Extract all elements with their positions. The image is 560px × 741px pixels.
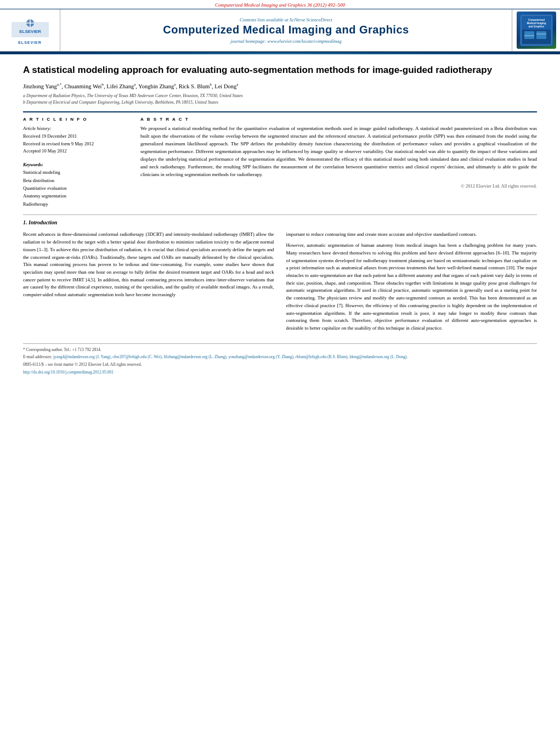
info-abstract-section: A R T I C L E I N F O Article history: R… xyxy=(23,117,537,208)
email-addresses: jyang4@mdanderson.org (J. Yang), chw207@… xyxy=(53,354,408,359)
journal-header: Computerized Medical Imaging and Graphic… xyxy=(0,0,560,53)
keyword-4: Anatomy segmentation xyxy=(23,192,127,200)
page: Computerized Medical Imaging and Graphic… xyxy=(0,0,560,741)
abstract-text: We proposed a statistical modeling metho… xyxy=(140,125,537,179)
keywords-label: Keywords: xyxy=(23,161,127,168)
received-date: Received 19 December 2011 xyxy=(23,133,127,140)
body-columns: Recent advances in three-dimensional con… xyxy=(23,231,537,335)
article-title: A statistical modeling approach for eval… xyxy=(23,64,537,76)
svg-text:ELSEVIER: ELSEVIER xyxy=(19,29,41,34)
header-main: ELSEVIER ELSEVIER Contents lists availab… xyxy=(0,9,560,52)
article-info-column: A R T I C L E I N F O Article history: R… xyxy=(23,117,127,208)
intro-para-left: Recent advances in three-dimensional con… xyxy=(23,231,274,298)
sci-verse-text: Contents lists available at SciVerse Sci… xyxy=(240,17,332,22)
footnote-doi: http://dx.doi.org/10.1016/j.compmedimag.… xyxy=(23,369,537,376)
journal-mini-logo-container: Computerized Medical Imaging and Graphic… xyxy=(512,9,560,51)
journal-volume-info: Computerized Medical Imaging and Graphic… xyxy=(0,0,560,9)
article-history: Article history: Received 19 December 20… xyxy=(23,125,127,155)
authors-line: Jinzhong Yanga,*, Chuanming Weib, Lifei … xyxy=(23,82,537,90)
keyword-5: Radiotherapy xyxy=(23,200,127,208)
email-label: E-mail addresses: xyxy=(23,354,52,359)
elsevier-logo: ELSEVIER ELSEVIER xyxy=(0,9,60,51)
footnote-issn: 0895-6111/$ – see front matter © 2012 El… xyxy=(23,361,537,368)
keywords-block: Keywords: Statistical modeling Beta dist… xyxy=(23,161,127,208)
article-content: A statistical modeling approach for eval… xyxy=(0,54,560,383)
elsevier-text: ELSEVIER xyxy=(18,41,42,44)
abstract-column: A B S T R A C T We proposed a statistica… xyxy=(140,117,537,208)
footnote-emails: E-mail addresses: jyang4@mdanderson.org … xyxy=(23,354,537,360)
abstract-label: A B S T R A C T xyxy=(140,117,537,122)
svg-rect-12 xyxy=(536,31,546,39)
affiliation-a: a Department of Radiation Physics, The U… xyxy=(23,93,537,99)
keyword-1: Statistical modeling xyxy=(23,168,127,176)
header-center: Contents lists available at SciVerse Sci… xyxy=(60,9,512,51)
section-divider xyxy=(23,214,537,215)
affiliation-b: b Department of Electrical and Computer … xyxy=(23,99,537,106)
intro-heading: 1. Introduction xyxy=(23,219,537,225)
svg-rect-11 xyxy=(524,31,534,39)
divider-thick xyxy=(23,111,537,112)
svg-text:Computerized: Computerized xyxy=(528,19,544,21)
svg-text:and Graphics: and Graphics xyxy=(528,25,544,28)
affiliations: a Department of Radiation Physics, The U… xyxy=(23,93,537,106)
intro-para-right-1: important to reduce contouring time and … xyxy=(286,231,538,239)
svg-text:Medical Imaging: Medical Imaging xyxy=(527,22,546,25)
keyword-2: Beta distribution xyxy=(23,177,127,184)
journal-title: Computerized Medical Imaging and Graphic… xyxy=(163,24,409,36)
body-right-column: important to reduce contouring time and … xyxy=(286,231,538,335)
history-label: Article history: xyxy=(23,125,127,133)
article-info-label: A R T I C L E I N F O xyxy=(23,117,127,122)
journal-mini-logo: Computerized Medical Imaging and Graphic… xyxy=(517,12,556,49)
footnotes: * Corresponding author. Tel.: +1 713 792… xyxy=(23,343,537,376)
journal-homepage: journal homepage: www.elsevier.com/locat… xyxy=(230,38,341,44)
footnote-corresponding: * Corresponding author. Tel.: +1 713 792… xyxy=(23,347,537,353)
accepted-date: Accepted 10 May 2012 xyxy=(23,148,127,155)
revised-date: Received in revised form 9 May 2012 xyxy=(23,140,127,148)
body-left-column: Recent advances in three-dimensional con… xyxy=(23,231,274,335)
copyright-line: © 2012 Elsevier Ltd. All rights reserved… xyxy=(140,183,537,189)
intro-para-right-2: However, automatic segmentation of human… xyxy=(286,242,538,332)
keyword-3: Quantitative evaluation xyxy=(23,184,127,192)
